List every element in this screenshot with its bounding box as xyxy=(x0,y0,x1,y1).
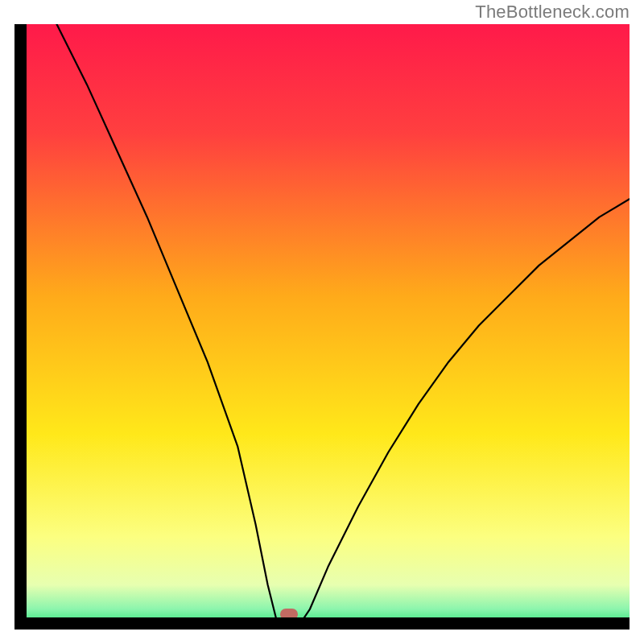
watermark-text: TheBottleneck.com xyxy=(475,2,630,23)
plot-area xyxy=(27,24,630,617)
bottleneck-curve xyxy=(27,24,630,617)
optimum-marker xyxy=(280,609,298,617)
plot-frame xyxy=(14,24,630,630)
chart-container: TheBottleneck.com xyxy=(0,0,644,644)
